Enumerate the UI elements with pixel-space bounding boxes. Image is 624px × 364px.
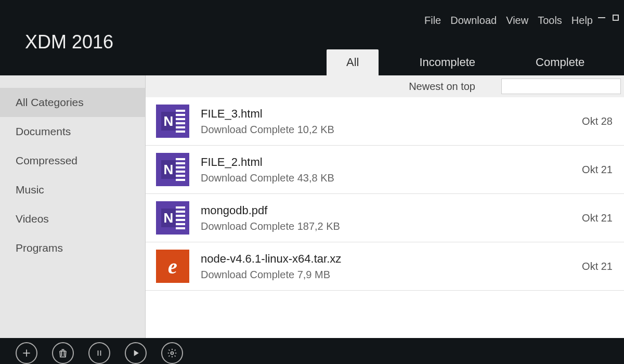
file-date: Okt 21 — [582, 212, 614, 224]
list-item[interactable]: mongodb.pdf Download Complete 187,2 KB O… — [146, 194, 624, 242]
sidebar-item-videos[interactable]: Videos — [0, 204, 145, 233]
sidebar-item-documents[interactable]: Documents — [0, 117, 145, 146]
list-item[interactable]: e node-v4.6.1-linux-x64.tar.xz Download … — [146, 242, 624, 291]
footer-toolbar — [0, 338, 624, 364]
tab-incomplete[interactable]: Incomplete — [399, 49, 495, 75]
file-status: Download Complete 7,9 MB — [201, 269, 570, 281]
menu-help[interactable]: Help — [571, 15, 593, 27]
app-title: XDM 2016 — [25, 31, 113, 53]
search-input[interactable] — [501, 79, 621, 94]
file-icon — [156, 105, 189, 138]
play-button[interactable] — [125, 342, 147, 364]
window-controls — [598, 15, 619, 21]
settings-button[interactable] — [161, 342, 183, 364]
sort-dropdown[interactable]: Newest on top — [409, 81, 486, 93]
sidebar-item-compressed[interactable]: Compressed — [0, 146, 145, 175]
tabs: All Incomplete Complete — [146, 49, 624, 75]
menu-bar: File Download View Tools Help — [424, 15, 593, 27]
file-name: FILE_2.html — [201, 155, 570, 169]
main-panel: Newest on top FILE_3.html Download Compl… — [146, 75, 624, 338]
tab-all[interactable]: All — [327, 49, 379, 75]
maximize-icon[interactable] — [613, 15, 619, 21]
pause-button[interactable] — [88, 342, 110, 364]
add-button[interactable] — [16, 342, 37, 364]
menu-file[interactable]: File — [424, 15, 441, 27]
file-icon — [156, 153, 189, 186]
file-date: Okt 28 — [582, 115, 614, 127]
file-status: Download Complete 10,2 KB — [201, 124, 570, 136]
file-name: node-v4.6.1-linux-x64.tar.xz — [201, 252, 570, 266]
menu-tools[interactable]: Tools — [538, 15, 562, 27]
list-item[interactable]: FILE_3.html Download Complete 10,2 KB Ok… — [146, 97, 624, 146]
menu-download[interactable]: Download — [450, 15, 497, 27]
file-status: Download Complete 43,8 KB — [201, 172, 570, 184]
file-name: FILE_3.html — [201, 107, 570, 121]
sidebar-item-music[interactable]: Music — [0, 175, 145, 204]
menu-view[interactable]: View — [506, 15, 528, 27]
file-date: Okt 21 — [582, 164, 614, 176]
svg-point-5 — [171, 352, 174, 355]
delete-button[interactable] — [52, 342, 74, 364]
svg-marker-4 — [134, 350, 139, 356]
tab-complete[interactable]: Complete — [516, 49, 604, 75]
download-list: FILE_3.html Download Complete 10,2 KB Ok… — [146, 97, 624, 338]
sidebar: All Categories Documents Compressed Musi… — [0, 75, 146, 338]
file-date: Okt 21 — [582, 261, 614, 272]
list-item[interactable]: FILE_2.html Download Complete 43,8 KB Ok… — [146, 146, 624, 194]
file-icon — [156, 201, 189, 235]
file-name: mongodb.pdf — [201, 204, 570, 217]
sidebar-item-programs[interactable]: Programs — [0, 233, 145, 263]
file-status: Download Complete 187,2 KB — [201, 220, 570, 232]
minimize-icon[interactable] — [598, 17, 605, 18]
header: File Download View Tools Help XDM 2016 A… — [0, 0, 624, 75]
sidebar-item-all-categories[interactable]: All Categories — [0, 88, 145, 117]
file-icon: e — [156, 250, 189, 283]
sort-bar: Newest on top — [146, 75, 624, 97]
